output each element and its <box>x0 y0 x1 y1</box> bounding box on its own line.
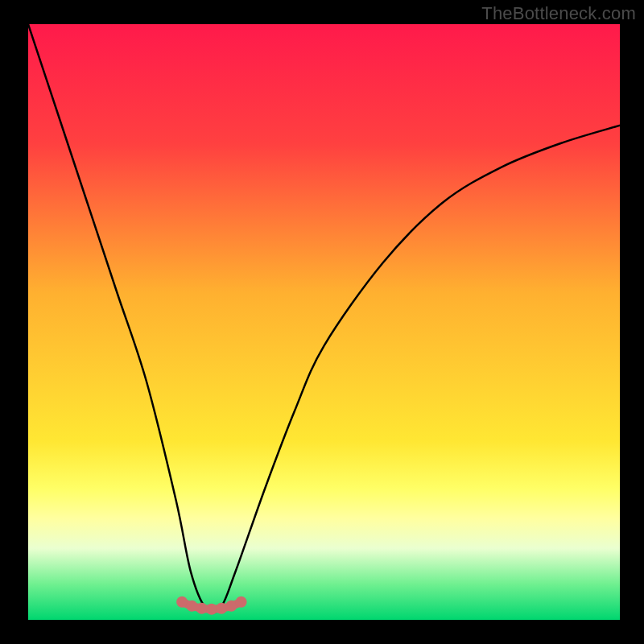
chart-frame: TheBottleneck.com <box>0 0 644 644</box>
marker-dot <box>176 597 188 608</box>
marker-dot <box>196 603 208 614</box>
marker-dot <box>206 604 217 615</box>
marker-dot <box>186 601 197 612</box>
marker-dot <box>216 603 227 614</box>
marker-dot <box>225 601 237 612</box>
chart-canvas <box>0 0 644 644</box>
marker-dot <box>236 597 247 608</box>
gradient-background <box>28 24 620 620</box>
